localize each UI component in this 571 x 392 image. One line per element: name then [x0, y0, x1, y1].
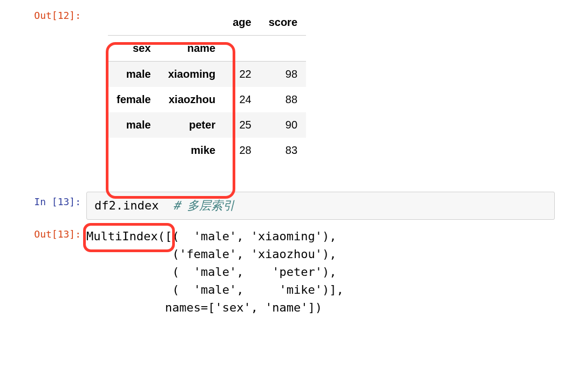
output-prompt-13: Out[13]: [16, 224, 86, 240]
cell-age: 24 [224, 87, 260, 112]
code-input-13[interactable]: df2.index # 多层索引 [86, 192, 555, 220]
output-cell-13: Out[13]: MultiIndex([( 'male', 'xiaoming… [16, 224, 555, 316]
table-row: male xiaoming 22 98 [108, 62, 306, 87]
idx-sex: male [108, 62, 159, 87]
cell-score: 88 [260, 87, 306, 112]
column-header-row: age score [108, 10, 306, 36]
table-row: male peter 25 90 [108, 112, 306, 138]
dataframe-wrap: age score sex name male xiaoming 22 [86, 10, 306, 163]
idx-name: xiaoming [159, 62, 224, 87]
code-comment: # 多层索引 [173, 199, 235, 212]
idx-sex: female [108, 87, 159, 112]
cell-age: 28 [224, 138, 260, 163]
input-cell-13: In [13]: df2.index # 多层索引 [16, 192, 555, 220]
cell-score: 98 [260, 62, 306, 87]
index-name-sex: sex [108, 36, 159, 62]
multiindex-output: MultiIndex([( 'male', 'xiaoming'), ('fem… [86, 227, 555, 316]
cell-score: 90 [260, 112, 306, 138]
dataframe-table: age score sex name male xiaoming 22 [108, 10, 306, 163]
idx-name: peter [159, 112, 224, 138]
idx-sex: male [108, 112, 159, 138]
idx-name: xiaozhou [159, 87, 224, 112]
idx-name: mike [159, 138, 224, 163]
output-cell-12: Out[12]: age score sex name [16, 5, 555, 166]
output-area-12: age score sex name male xiaoming 22 [86, 5, 555, 166]
cell-score: 83 [260, 138, 306, 163]
code-expr: df2.index [94, 199, 159, 212]
input-prompt-13: In [13]: [16, 192, 86, 207]
cell-age: 22 [224, 62, 260, 87]
col-age: age [224, 10, 260, 36]
table-row: female xiaozhou 24 88 [108, 87, 306, 112]
output-prompt-12: Out[12]: [16, 5, 86, 21]
cell-age: 25 [224, 112, 260, 138]
index-name-name: name [159, 36, 224, 62]
table-row: mike 28 83 [108, 138, 306, 163]
idx-sex [108, 138, 159, 163]
output-area-13: MultiIndex([( 'male', 'xiaoming'), ('fem… [86, 224, 555, 316]
index-header-row: sex name [108, 36, 306, 62]
col-score: score [260, 10, 306, 36]
